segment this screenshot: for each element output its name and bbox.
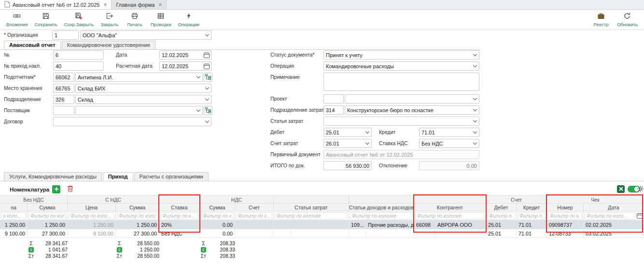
filter-input[interactable] [69,212,114,220]
close-button[interactable]: Закрыть [97,10,122,30]
column-header-kredit[interactable]: Кредит [517,204,547,211]
window-tab-advance-report[interactable]: Авансовый отчет №6 от 12.02.2025 × [0,0,112,9]
filter-input[interactable] [117,212,158,220]
table-cell[interactable]: 20% [159,221,200,229]
tab-advance-report[interactable]: Авансовый отчет [4,41,61,49]
column-header-cena-s-nds[interactable]: Цена [68,204,116,211]
filter-input[interactable] [585,212,635,220]
filter-input[interactable] [548,212,582,220]
table-cell[interactable]: 1 250.00 [28,221,68,229]
cost-department-select[interactable]: Конструкторское бюро по оснастке [345,105,479,115]
operation-select[interactable]: Командировочные расходы [323,61,479,71]
column-header-summa-s-nds[interactable]: Сумма [116,204,159,211]
filter-input[interactable] [160,212,198,220]
table-cell[interactable]: 12-08733 [547,229,584,238]
table-cell[interactable] [435,229,486,238]
calc-date-field[interactable]: 12.02.2025 [159,61,211,71]
window-tab-main-form[interactable]: Главная форма × [112,0,167,9]
print-button[interactable]: Печать [122,10,147,30]
total-input[interactable] [323,161,372,170]
table-cell[interactable]: 1 250.00 [0,221,28,229]
table-cell[interactable] [349,229,366,238]
column-header-data[interactable]: Дата [584,204,644,211]
filter-input[interactable] [275,212,348,220]
filter-input[interactable] [28,212,66,220]
table-cell[interactable]: 109... [349,221,366,229]
date-field[interactable]: 12.02.2025 [159,50,211,59]
grid-settings-button[interactable] [636,185,644,193]
table-cell[interactable]: 09098737 [547,221,584,229]
table-cell[interactable] [291,229,349,238]
table-cell[interactable] [274,221,291,229]
table-cell[interactable]: 71.01 [517,221,547,229]
organization-select[interactable]: ООО "Альфа" [80,30,211,40]
table-cell[interactable] [291,221,349,229]
add-row-button[interactable] [52,185,60,193]
save-close-button[interactable]: Сохр.Закрыть [61,10,97,30]
save-button[interactable]: Сохранить [31,10,61,30]
tab-services[interactable]: Услуги, Командировочные расходы [4,172,102,181]
table-cell[interactable]: 25.01 [486,221,517,229]
table-cell[interactable] [274,229,291,238]
table-cell[interactable]: 25.01 [486,229,517,238]
table-cell[interactable]: 9 100.00 [0,229,28,238]
number-input[interactable] [53,50,104,59]
table-cell[interactable]: 03.02.2025 [584,229,644,238]
refresh-button[interactable]: Обновить [614,10,641,30]
table-cell[interactable]: 66098 [414,221,435,229]
close-icon[interactable]: × [158,1,162,8]
status-select[interactable]: Принят к учету [323,50,479,59]
table-cell[interactable]: АВРОРА ООО [435,221,486,229]
column-header-cena-bez-nds[interactable]: на [0,204,28,211]
cost-item-select[interactable] [323,117,479,126]
storage-code-input[interactable] [53,84,74,93]
postings-button[interactable]: Проводки [147,10,174,30]
table-cell[interactable]: Прочие расходы, дохо... [366,221,414,229]
operations-button[interactable]: Операции [174,10,202,30]
table-cell[interactable] [235,229,274,238]
table-cell[interactable]: Без НДС [159,229,200,238]
registry-button[interactable]: Реестр [588,10,614,30]
credit-select[interactable]: 71.01 [419,128,479,137]
table-cell[interactable] [414,229,435,238]
project-select[interactable] [345,94,479,103]
table-cell[interactable]: 71.01 [517,229,547,238]
receipt-number-input[interactable] [53,61,104,71]
supplier-code-input[interactable] [53,106,74,115]
filter-input[interactable] [236,212,272,220]
filter-input[interactable] [415,212,485,220]
attachments-button[interactable]: Вложения [3,10,31,30]
column-header-schet-nds[interactable]: Счет [235,204,274,211]
table-cell[interactable]: 0.00 [200,229,235,238]
table-cell[interactable]: 1 250.00 [116,221,159,229]
supplier-select[interactable] [75,106,203,115]
organization-code-input[interactable] [52,30,79,40]
table-cell[interactable]: 27 300.00 [116,229,159,238]
storage-select[interactable]: Склад БИХ [75,84,211,93]
vat-rate-select[interactable]: Без НДС [419,139,479,148]
supplier-tree-button[interactable] [204,106,212,115]
filter-input[interactable] [1,212,26,220]
column-header-statya-zatrat[interactable]: Статья затрат [274,204,349,211]
table-cell[interactable]: 27 300.00 [28,229,68,238]
column-header-summa-bez-nds[interactable]: Сумма [28,204,68,211]
cost-department-code-input[interactable] [323,105,344,115]
excel-export-button[interactable] [617,185,625,193]
column-header-nomer[interactable]: Номер [547,204,584,211]
department-select[interactable]: Склад [75,95,211,104]
tab-settlements[interactable]: Расчеты с организациями [134,172,209,181]
department-code-input[interactable] [53,95,74,104]
close-icon[interactable]: × [103,1,107,8]
table-cell[interactable] [235,221,274,229]
filter-input[interactable] [518,212,546,220]
table-cell[interactable] [366,229,414,238]
delete-row-button[interactable] [66,185,74,193]
cost-account-select[interactable]: 26.01 [323,139,372,148]
tab-travel-certificate[interactable]: Командировочное удостоверение [62,41,155,49]
column-header-summa-nds[interactable]: Сумма [200,204,235,211]
column-header-kontragent[interactable]: Контрагент [414,204,486,211]
column-header-stavka[interactable]: Ставка [159,204,200,211]
filter-input[interactable] [487,212,515,220]
accountable-select[interactable]: Антипина Л.И. [75,73,203,82]
project-code-input[interactable] [323,94,344,103]
